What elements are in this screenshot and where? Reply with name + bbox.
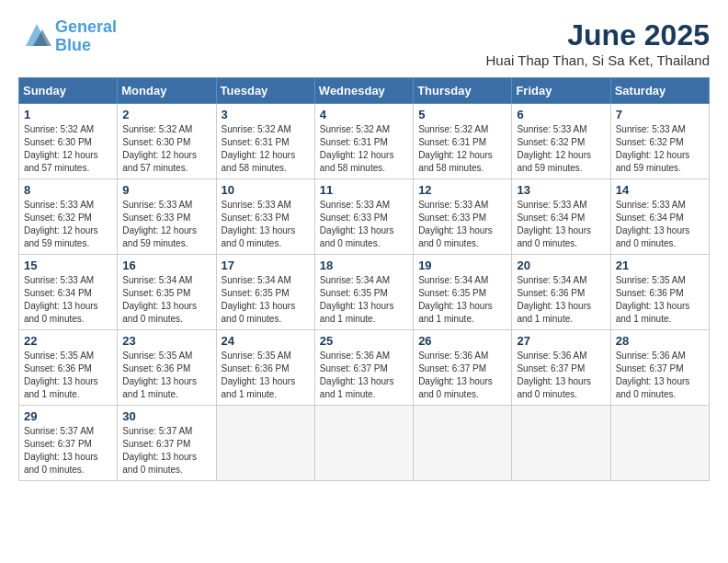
- table-row: 7 Sunrise: 5:33 AM Sunset: 6:32 PM Dayli…: [610, 104, 709, 179]
- logo: General Blue: [18, 18, 117, 55]
- header-thursday: Thursday: [414, 78, 512, 104]
- table-row: 13 Sunrise: 5:33 AM Sunset: 6:34 PM Dayl…: [512, 179, 610, 255]
- day-info: Sunrise: 5:35 AM Sunset: 6:36 PM Dayligh…: [122, 350, 210, 401]
- table-row: [610, 406, 709, 481]
- day-number: 7: [616, 108, 704, 121]
- day-info: Sunrise: 5:32 AM Sunset: 6:31 PM Dayligh…: [222, 123, 310, 175]
- day-info: Sunrise: 5:34 AM Sunset: 6:35 PM Dayligh…: [222, 274, 310, 326]
- calendar-week-row: 8 Sunrise: 5:33 AM Sunset: 6:32 PM Dayli…: [19, 179, 710, 255]
- day-info: Sunrise: 5:33 AM Sunset: 6:33 PM Dayligh…: [222, 199, 310, 250]
- day-number: 28: [616, 334, 704, 348]
- header-sunday: Sunday: [19, 78, 118, 104]
- day-info: Sunrise: 5:36 AM Sunset: 6:37 PM Dayligh…: [418, 350, 506, 401]
- table-row: 30 Sunrise: 5:37 AM Sunset: 6:37 PM Dayl…: [118, 406, 216, 481]
- day-number: 9: [122, 183, 210, 197]
- day-info: Sunrise: 5:36 AM Sunset: 6:37 PM Dayligh…: [616, 350, 704, 401]
- day-info: Sunrise: 5:34 AM Sunset: 6:36 PM Dayligh…: [517, 274, 605, 326]
- table-row: 12 Sunrise: 5:33 AM Sunset: 6:33 PM Dayl…: [414, 179, 512, 255]
- day-info: Sunrise: 5:33 AM Sunset: 6:33 PM Dayligh…: [122, 199, 210, 250]
- table-row: 22 Sunrise: 5:35 AM Sunset: 6:36 PM Dayl…: [19, 330, 118, 406]
- day-info: Sunrise: 5:32 AM Sunset: 6:31 PM Dayligh…: [320, 123, 408, 175]
- day-number: 17: [222, 259, 310, 272]
- header-monday: Monday: [118, 78, 216, 104]
- day-number: 25: [320, 334, 408, 348]
- table-row: 18 Sunrise: 5:34 AM Sunset: 6:35 PM Dayl…: [314, 255, 413, 330]
- day-number: 23: [122, 334, 210, 348]
- table-row: 23 Sunrise: 5:35 AM Sunset: 6:36 PM Dayl…: [118, 330, 216, 406]
- table-row: 3 Sunrise: 5:32 AM Sunset: 6:31 PM Dayli…: [216, 104, 314, 179]
- day-number: 11: [320, 183, 408, 197]
- day-info: Sunrise: 5:34 AM Sunset: 6:35 PM Dayligh…: [320, 274, 408, 326]
- location-title: Huai Thap Than, Si Sa Ket, Thailand: [486, 52, 711, 68]
- day-info: Sunrise: 5:33 AM Sunset: 6:34 PM Dayligh…: [616, 199, 704, 250]
- day-info: Sunrise: 5:32 AM Sunset: 6:30 PM Dayligh…: [24, 123, 112, 175]
- day-info: Sunrise: 5:33 AM Sunset: 6:34 PM Dayligh…: [24, 274, 112, 326]
- day-info: Sunrise: 5:36 AM Sunset: 6:37 PM Dayligh…: [517, 350, 605, 401]
- day-info: Sunrise: 5:34 AM Sunset: 6:35 PM Dayligh…: [418, 274, 506, 326]
- day-number: 20: [517, 259, 605, 272]
- table-row: 24 Sunrise: 5:35 AM Sunset: 6:36 PM Dayl…: [216, 330, 314, 406]
- day-info: Sunrise: 5:37 AM Sunset: 6:37 PM Dayligh…: [24, 425, 112, 477]
- day-info: Sunrise: 5:33 AM Sunset: 6:32 PM Dayligh…: [24, 199, 112, 250]
- header-saturday: Saturday: [610, 78, 709, 104]
- table-row: 10 Sunrise: 5:33 AM Sunset: 6:33 PM Dayl…: [216, 179, 314, 255]
- day-number: 5: [418, 108, 506, 121]
- table-row: 29 Sunrise: 5:37 AM Sunset: 6:37 PM Dayl…: [19, 406, 118, 481]
- table-row: 28 Sunrise: 5:36 AM Sunset: 6:37 PM Dayl…: [610, 330, 709, 406]
- header-friday: Friday: [512, 78, 610, 104]
- calendar-week-row: 22 Sunrise: 5:35 AM Sunset: 6:36 PM Dayl…: [19, 330, 710, 406]
- table-row: 16 Sunrise: 5:34 AM Sunset: 6:35 PM Dayl…: [118, 255, 216, 330]
- day-number: 8: [24, 183, 112, 197]
- table-row: [314, 406, 413, 481]
- title-area: June 2025 Huai Thap Than, Si Sa Ket, Tha…: [486, 18, 711, 68]
- day-number: 16: [122, 259, 210, 272]
- table-row: 8 Sunrise: 5:33 AM Sunset: 6:32 PM Dayli…: [19, 179, 118, 255]
- header-tuesday: Tuesday: [216, 78, 314, 104]
- table-row: [414, 406, 512, 481]
- table-row: 5 Sunrise: 5:32 AM Sunset: 6:31 PM Dayli…: [414, 104, 512, 179]
- table-row: 20 Sunrise: 5:34 AM Sunset: 6:36 PM Dayl…: [512, 255, 610, 330]
- table-row: 4 Sunrise: 5:32 AM Sunset: 6:31 PM Dayli…: [314, 104, 413, 179]
- day-number: 19: [418, 259, 506, 272]
- day-info: Sunrise: 5:35 AM Sunset: 6:36 PM Dayligh…: [24, 350, 112, 401]
- table-row: 27 Sunrise: 5:36 AM Sunset: 6:37 PM Dayl…: [512, 330, 610, 406]
- day-info: Sunrise: 5:33 AM Sunset: 6:32 PM Dayligh…: [616, 123, 704, 175]
- day-info: Sunrise: 5:35 AM Sunset: 6:36 PM Dayligh…: [222, 350, 310, 401]
- day-number: 27: [517, 334, 605, 348]
- day-number: 24: [222, 334, 310, 348]
- day-number: 29: [24, 409, 112, 423]
- day-number: 14: [616, 183, 704, 197]
- day-number: 2: [122, 108, 210, 121]
- day-info: Sunrise: 5:36 AM Sunset: 6:37 PM Dayligh…: [320, 350, 408, 401]
- day-info: Sunrise: 5:35 AM Sunset: 6:36 PM Dayligh…: [616, 274, 704, 326]
- calendar: Sunday Monday Tuesday Wednesday Thursday…: [18, 77, 710, 481]
- calendar-week-row: 29 Sunrise: 5:37 AM Sunset: 6:37 PM Dayl…: [19, 406, 710, 481]
- calendar-header-row: Sunday Monday Tuesday Wednesday Thursday…: [19, 78, 710, 104]
- day-number: 21: [616, 259, 704, 272]
- header-wednesday: Wednesday: [314, 78, 413, 104]
- day-number: 15: [24, 259, 112, 272]
- day-number: 1: [24, 108, 112, 121]
- day-number: 18: [320, 259, 408, 272]
- day-info: Sunrise: 5:33 AM Sunset: 6:34 PM Dayligh…: [517, 199, 605, 250]
- day-number: 10: [222, 183, 310, 197]
- table-row: 6 Sunrise: 5:33 AM Sunset: 6:32 PM Dayli…: [512, 104, 610, 179]
- table-row: [216, 406, 314, 481]
- table-row: 19 Sunrise: 5:34 AM Sunset: 6:35 PM Dayl…: [414, 255, 512, 330]
- calendar-week-row: 15 Sunrise: 5:33 AM Sunset: 6:34 PM Dayl…: [19, 255, 710, 330]
- day-number: 22: [24, 334, 112, 348]
- table-row: 26 Sunrise: 5:36 AM Sunset: 6:37 PM Dayl…: [414, 330, 512, 406]
- day-number: 12: [418, 183, 506, 197]
- day-number: 26: [418, 334, 506, 348]
- day-number: 4: [320, 108, 408, 121]
- day-info: Sunrise: 5:37 AM Sunset: 6:37 PM Dayligh…: [122, 425, 210, 477]
- table-row: [512, 406, 610, 481]
- table-row: 2 Sunrise: 5:32 AM Sunset: 6:30 PM Dayli…: [118, 104, 216, 179]
- day-info: Sunrise: 5:33 AM Sunset: 6:33 PM Dayligh…: [320, 199, 408, 250]
- table-row: 9 Sunrise: 5:33 AM Sunset: 6:33 PM Dayli…: [118, 179, 216, 255]
- table-row: 21 Sunrise: 5:35 AM Sunset: 6:36 PM Dayl…: [610, 255, 709, 330]
- day-info: Sunrise: 5:32 AM Sunset: 6:31 PM Dayligh…: [418, 123, 506, 175]
- table-row: 25 Sunrise: 5:36 AM Sunset: 6:37 PM Dayl…: [314, 330, 413, 406]
- day-info: Sunrise: 5:32 AM Sunset: 6:30 PM Dayligh…: [122, 123, 210, 175]
- day-number: 6: [517, 108, 605, 121]
